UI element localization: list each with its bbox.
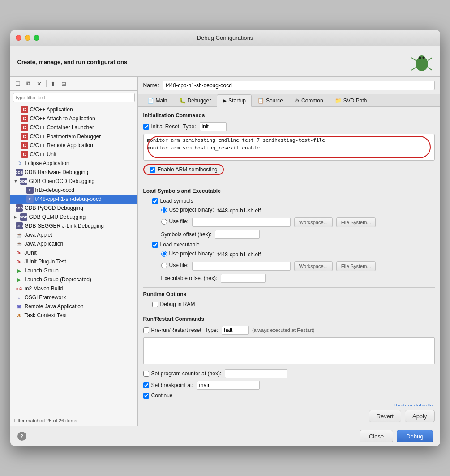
enable-arm-checkbox[interactable]	[150, 167, 155, 173]
cpp-icon: C	[21, 106, 28, 113]
use-project-binary2-label: Use project binary:	[169, 251, 214, 257]
init-type-input[interactable]	[200, 122, 227, 131]
set-bp-input[interactable]	[197, 381, 260, 390]
sidebar-item-junit[interactable]: Ju JUnit	[10, 248, 137, 257]
run-restart-textarea[interactable]	[143, 337, 435, 364]
filter-box	[13, 93, 135, 102]
sidebar-label-cpp-app: C/C++ Application	[30, 106, 73, 113]
pre-run-type-input[interactable]	[222, 326, 249, 335]
load-symbols-label: Load symbols	[160, 198, 193, 204]
sidebar-item-cpp-postmortem[interactable]: C C/C++ Postmortem Debugger	[10, 132, 137, 141]
sidebar-item-cpp-app[interactable]: C C/C++ Application	[10, 105, 137, 114]
tab-main-icon: 📄	[147, 98, 154, 104]
tab-debugger[interactable]: 🐛 Debugger	[173, 94, 217, 107]
load-symbols-section: Load Symbols and Executable Load symbols…	[143, 188, 435, 283]
init-commands-box[interactable]: monitor arm semihosting_cmdline test 7 s…	[143, 134, 435, 161]
filesystem-button-1[interactable]: File System...	[336, 217, 376, 227]
sidebar-item-remote-java[interactable]: ▣ Remote Java Application	[10, 302, 137, 311]
sidebar-item-launch-group-dep[interactable]: ▶ Launch Group (Deprecated)	[10, 275, 137, 284]
sidebar-item-maven[interactable]: m2 m2 Maven Build	[10, 284, 137, 293]
header-subtitle: Create, manage, and run configurations	[17, 59, 128, 65]
apply-button[interactable]: Apply	[405, 410, 435, 422]
pre-run-note: (always executed at Restart)	[252, 327, 314, 333]
expand-arrow-openocd: ▼	[14, 179, 18, 183]
debug-in-ram-checkbox[interactable]	[152, 302, 158, 307]
continue-row: Continue	[143, 392, 435, 399]
use-file2-radio[interactable]	[161, 263, 167, 268]
name-input[interactable]	[163, 81, 435, 90]
tab-source[interactable]: 📋 Source	[252, 94, 289, 107]
use-file2-row: Use file: Workspace... File System...	[143, 261, 435, 271]
sidebar-group-openocd[interactable]: ▼ GDB GDB OpenOCD Debugging	[10, 177, 137, 186]
use-project-binary2-radio-label: Use project binary:	[161, 251, 214, 257]
sidebar-item-cpp-remote[interactable]: C C/C++ Remote Application	[10, 141, 137, 150]
set-bp-checkbox[interactable]	[143, 382, 149, 388]
export-config-button[interactable]: ⬆	[48, 79, 58, 89]
sidebar-item-pyocd[interactable]: GDB GDB PyOCD Debugging	[10, 204, 137, 212]
workspace-button-1[interactable]: Workspace...	[294, 217, 333, 227]
use-project-binary-radio[interactable]	[161, 207, 167, 213]
sidebar-item-java-app[interactable]: ☕ Java Application	[10, 239, 137, 248]
new-config-button[interactable]: ☐	[13, 79, 23, 89]
use-file-input[interactable]	[192, 218, 291, 227]
load-executable-checkbox[interactable]	[152, 242, 158, 248]
set-pc-input[interactable]	[225, 369, 287, 378]
workspace-button-2[interactable]: Workspace...	[294, 261, 333, 271]
sidebar-label-java-app: Java Application	[25, 241, 64, 247]
tab-svdpath-icon: 📁	[335, 98, 342, 104]
initial-reset-checkbox[interactable]	[143, 124, 149, 130]
executable-offset-input[interactable]	[221, 274, 266, 283]
set-pc-checkbox[interactable]	[143, 371, 149, 377]
tab-svdpath[interactable]: 📁 SVD Path	[329, 94, 373, 107]
gdb-icon2: GDB	[20, 178, 27, 185]
use-project-binary2-radio[interactable]	[161, 251, 167, 257]
cpp-icon: C	[21, 124, 28, 131]
pre-run-checkbox[interactable]	[143, 327, 149, 333]
sidebar-item-segger[interactable]: GDB GDB SEGGER J-Link Debugging	[10, 221, 137, 230]
continue-label: Continue	[143, 392, 173, 399]
collapse-all-button[interactable]: ⊟	[59, 79, 69, 89]
load-symbols-checkbox[interactable]	[152, 198, 158, 204]
sidebar-item-launch-group[interactable]: ▶ Launch Group	[10, 266, 137, 275]
sidebar-item-cpp-attach[interactable]: C C/C++ Attach to Application	[10, 114, 137, 123]
sidebar-item-junit-plugin[interactable]: Ju JUnit Plug-in Test	[10, 257, 137, 266]
sidebar-item-cpp-container[interactable]: C C/C++ Container Launcher	[10, 123, 137, 132]
minimize-button[interactable]	[25, 35, 30, 41]
close-button[interactable]	[16, 35, 21, 41]
project-binary-value: t448-cpp-h1-sh.elf	[218, 208, 261, 214]
use-file2-input[interactable]	[192, 262, 291, 271]
sidebar-group-qemu[interactable]: ▶ GDB GDB QEMU Debugging	[10, 212, 137, 221]
continue-checkbox[interactable]	[143, 393, 149, 399]
debug-button[interactable]: Debug	[397, 430, 433, 442]
revert-button[interactable]: Revert	[369, 410, 401, 422]
symbols-offset-input[interactable]	[215, 230, 260, 239]
sidebar-item-eclipse-app[interactable]: ☽ Eclipse Application	[10, 159, 137, 168]
sidebar-item-gdb-hw[interactable]: GDB GDB Hardware Debugging	[10, 168, 137, 177]
sidebar-item-task-context[interactable]: Ju Task Context Test	[10, 311, 137, 320]
sidebar-item-t448[interactable]: c t448-cpp-h1-sh-debug-oocd	[10, 195, 137, 204]
set-bp-label: Set breakpoint at:	[143, 382, 193, 388]
tab-common[interactable]: ⚙ Common	[289, 94, 329, 107]
window-footer: ? Close Debug	[10, 426, 440, 446]
delete-config-button[interactable]: ✕	[34, 79, 44, 89]
filesystem-button-2[interactable]: File System...	[336, 261, 376, 271]
help-icon[interactable]: ?	[17, 432, 26, 441]
cpp-icon: C	[21, 115, 28, 122]
launch-dep-icon: ▶	[16, 276, 23, 283]
tab-startup[interactable]: ▶ Startup	[217, 94, 252, 107]
maximize-button[interactable]	[34, 35, 39, 41]
sidebar-item-h1b[interactable]: c h1b-debug-oocd	[10, 186, 137, 195]
sidebar-item-osgi[interactable]: ○ OSGi Framework	[10, 293, 137, 302]
copy-config-button[interactable]: ⧉	[24, 79, 34, 89]
tab-main[interactable]: 📄 Main	[141, 94, 173, 107]
filter-input[interactable]	[13, 93, 135, 102]
pre-run-row: Pre-run/Restart reset Type: (always exec…	[143, 326, 435, 335]
executable-offset-label: Executable offset (hex):	[161, 275, 218, 281]
init-cmd-line2: monitor arm semihosting_resexit enable	[147, 144, 431, 152]
sidebar-item-java-applet[interactable]: ☕ Java Applet	[10, 230, 137, 239]
use-file-radio[interactable]	[161, 219, 167, 225]
sidebar-item-cpp-unit[interactable]: C C/C++ Unit	[10, 150, 137, 159]
close-button-footer[interactable]: Close	[360, 430, 393, 442]
expand-arrow-qemu: ▶	[14, 215, 18, 219]
sidebar-label-task-context: Task Context Test	[25, 312, 67, 319]
